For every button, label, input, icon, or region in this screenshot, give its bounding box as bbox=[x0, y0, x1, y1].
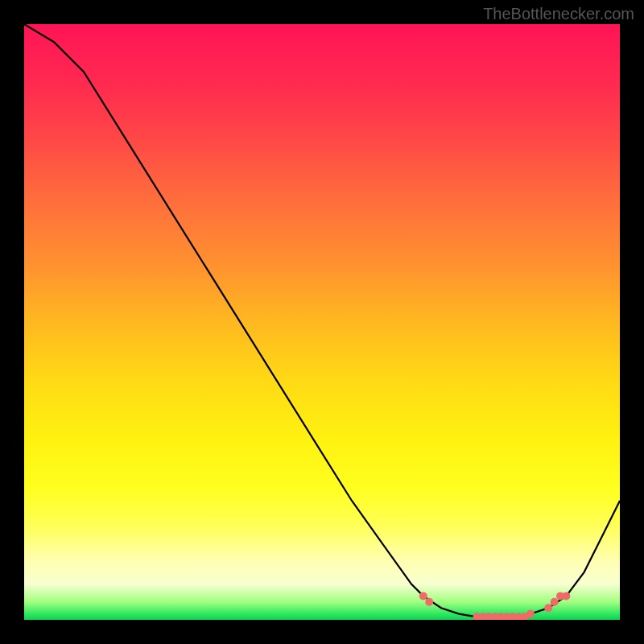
chart-line-layer bbox=[24, 24, 620, 620]
marker-dots-group bbox=[419, 592, 571, 620]
marker-dot bbox=[526, 610, 535, 618]
watermark-text: TheBottlenecker.com bbox=[483, 5, 634, 23]
marker-dot bbox=[544, 604, 552, 612]
marker-dot bbox=[551, 598, 559, 606]
marker-dot bbox=[419, 592, 427, 600]
marker-dot bbox=[562, 592, 570, 600]
bottleneck-curve bbox=[24, 24, 620, 617]
chart-plot-area bbox=[24, 24, 620, 620]
marker-dot bbox=[425, 598, 433, 606]
